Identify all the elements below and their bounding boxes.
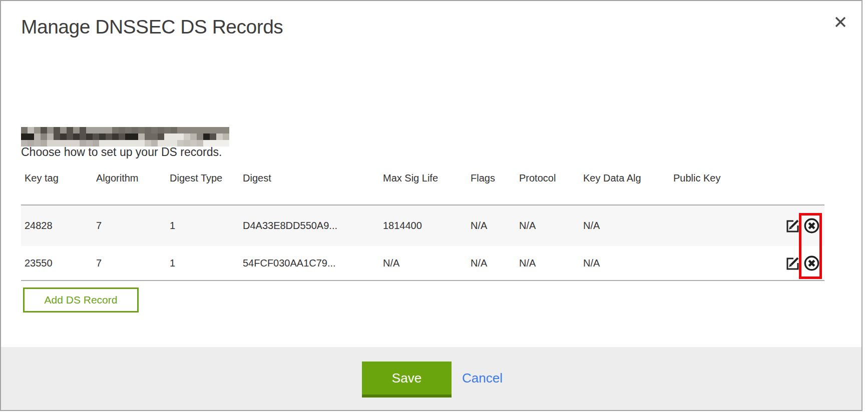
delete-circle-x-icon — [803, 228, 820, 236]
cell-key-tag: 23550 — [21, 258, 93, 269]
domain-name-redacted — [21, 127, 229, 146]
manage-dnssec-modal: Manage DNSSEC DS Records Choose how to s… — [0, 0, 862, 411]
column-header: Public Key — [670, 170, 775, 184]
cell-digest-type: 1 — [166, 220, 239, 232]
column-header: Protocol — [516, 170, 580, 184]
cell-protocol: N/A — [516, 220, 580, 232]
cell-flags: N/A — [467, 258, 516, 269]
close-icon — [833, 15, 847, 30]
cancel-link[interactable]: Cancel — [462, 362, 503, 394]
row-actions — [775, 254, 824, 272]
cell-key-data-alg: N/A — [580, 258, 670, 269]
cell-max-sig-life: N/A — [379, 258, 467, 269]
cell-digest: D4A33E8DD550A9... — [239, 220, 379, 232]
close-button[interactable] — [831, 13, 850, 32]
edit-record-button[interactable] — [784, 218, 801, 234]
table-row: 24828 7 1 D4A33E8DD550A9... 1814400 N/A … — [21, 206, 824, 246]
column-header: Digest Type — [166, 170, 239, 184]
column-header: Key tag — [21, 170, 93, 184]
page-title: Manage DNSSEC DS Records — [21, 16, 283, 38]
cell-digest: 54FCF030AA1C79... — [239, 258, 379, 269]
modal-footer: Save Cancel — [1, 347, 861, 410]
table-header-row: Key tagAlgorithmDigest TypeDigestMax Sig… — [21, 170, 824, 206]
cell-key-data-alg: N/A — [580, 220, 670, 232]
column-header: Algorithm — [93, 170, 166, 184]
cell-algorithm: 7 — [93, 258, 166, 269]
edit-record-button[interactable] — [784, 255, 801, 272]
save-button[interactable]: Save — [362, 362, 452, 398]
add-ds-record-button[interactable]: Add DS Record — [23, 288, 139, 312]
column-header: Key Data Alg — [580, 170, 670, 184]
table-body: 24828 7 1 D4A33E8DD550A9... 1814400 N/A … — [21, 206, 824, 281]
column-header: Digest — [239, 170, 379, 184]
instruction-text: Choose how to set up your DS records. — [21, 146, 222, 159]
ds-records-table: Key tagAlgorithmDigest TypeDigestMax Sig… — [21, 170, 824, 281]
edit-icon — [784, 266, 801, 273]
cell-protocol: N/A — [516, 258, 580, 269]
cell-max-sig-life: 1814400 — [379, 220, 467, 232]
cell-flags: N/A — [467, 220, 516, 232]
delete-circle-x-icon — [803, 266, 820, 274]
column-header: Max Sig Life — [379, 170, 467, 184]
delete-record-button[interactable] — [803, 217, 820, 234]
cell-key-tag: 24828 — [21, 220, 93, 232]
edit-icon — [784, 228, 801, 236]
cell-algorithm: 7 — [93, 220, 166, 232]
column-header: Flags — [467, 170, 516, 184]
table-row: 23550 7 1 54FCF030AA1C79... N/A N/A N/A … — [21, 246, 824, 281]
row-actions — [775, 217, 824, 234]
cell-digest-type: 1 — [166, 258, 239, 269]
delete-record-button[interactable] — [803, 254, 820, 272]
